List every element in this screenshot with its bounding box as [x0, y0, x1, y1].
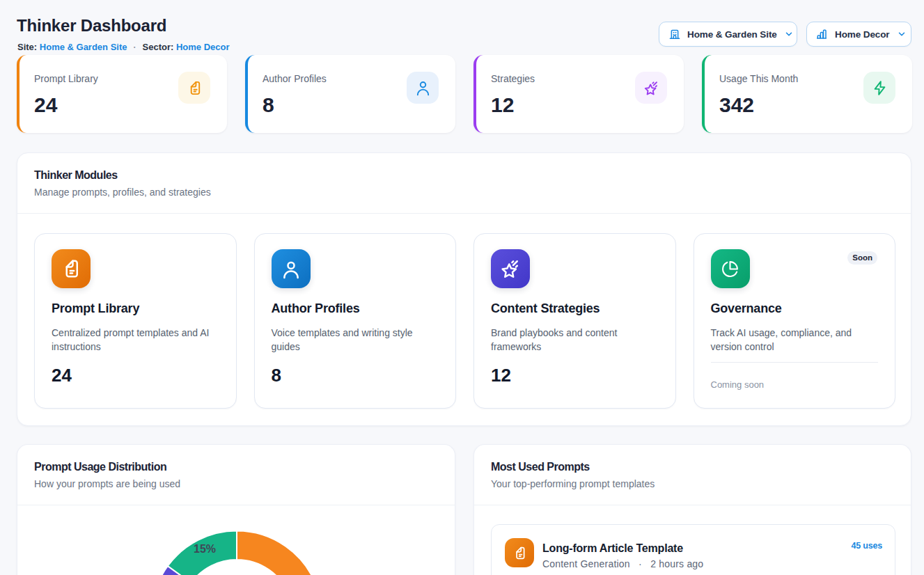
svg-text:15%: 15% [194, 543, 216, 555]
